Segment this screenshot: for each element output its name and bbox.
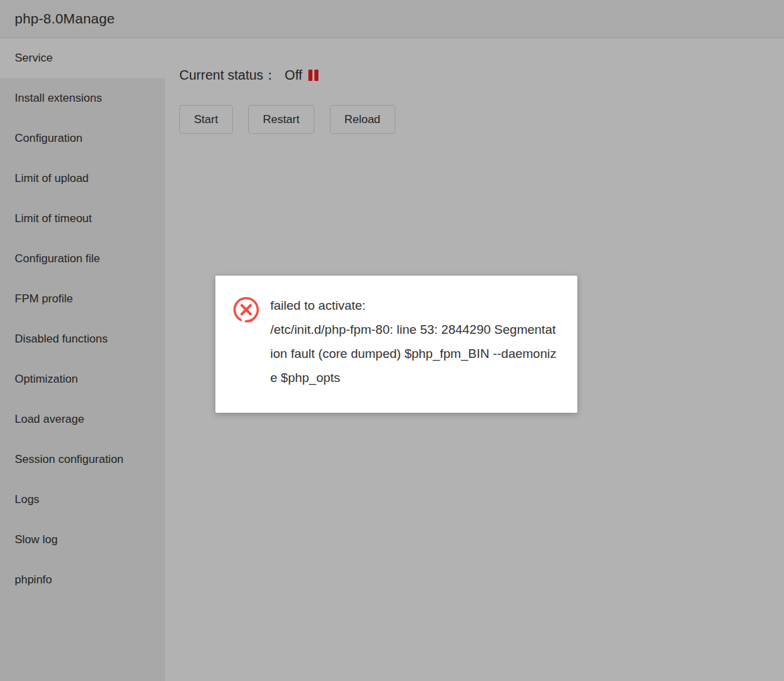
error-circle-x-icon — [232, 296, 260, 324]
error-toast: failed to activate: /etc/init.d/php-fpm-… — [215, 276, 577, 413]
error-toast-message: failed to activate: /etc/init.d/php-fpm-… — [270, 294, 557, 390]
